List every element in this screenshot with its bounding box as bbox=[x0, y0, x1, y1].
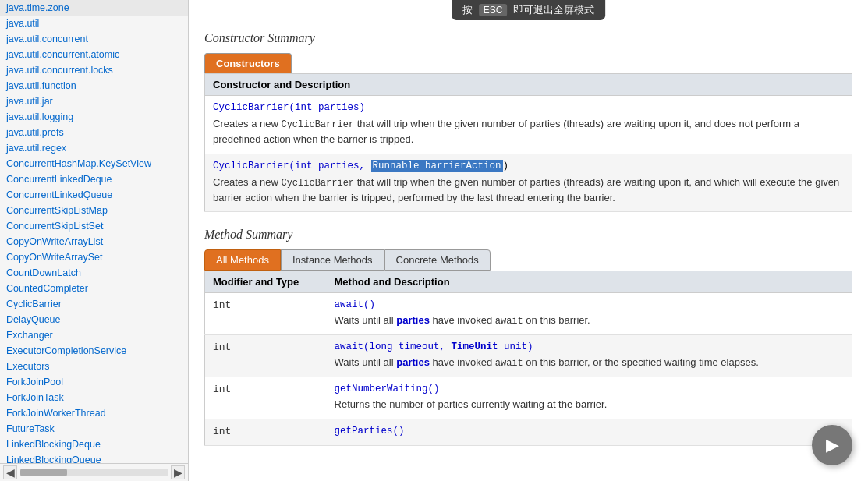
constructor-table-header: Constructor and Description bbox=[205, 74, 852, 96]
tab-all-methods[interactable]: All Methods bbox=[204, 249, 281, 271]
constructor-desc-1: Creates a new CyclicBarrier that will tr… bbox=[213, 116, 844, 147]
sidebar: java.time.zone java.util java.util.concu… bbox=[0, 0, 189, 481]
sidebar-item-cld[interactable]: ConcurrentLinkedDeque bbox=[0, 172, 188, 187]
sidebar-item-9[interactable]: java.util.regex bbox=[0, 140, 188, 156]
sidebar-item-5[interactable]: java.util.function bbox=[0, 78, 188, 94]
constructor-sig-2: CyclicBarrier(int parties, Runnable barr… bbox=[213, 161, 844, 172]
content-area: Constructor Summary Constructors Constru… bbox=[189, 23, 868, 462]
constructor-link-2[interactable]: CyclicBarrier(int parties, bbox=[213, 161, 371, 172]
sidebar-item-ecs[interactable]: ExecutorCompletionService bbox=[0, 343, 188, 359]
method-table: Modifier and Type Method and Description… bbox=[204, 271, 852, 446]
method-link-gnw[interactable]: getNumberWaiting() bbox=[335, 384, 844, 394]
parties-link-1[interactable]: parties bbox=[396, 314, 430, 326]
sidebar-item-ex[interactable]: Exchanger bbox=[0, 327, 188, 343]
constructor-summary-title: Constructor Summary bbox=[204, 31, 852, 45]
sidebar-item-7[interactable]: java.util.logging bbox=[0, 109, 188, 125]
method-cell-await: await() Waits until all parties have inv… bbox=[327, 293, 852, 335]
toast-suffix: 即可退出全屏模式 bbox=[513, 3, 594, 17]
method-desc-gnw: Returns the number of parties currently … bbox=[335, 397, 844, 412]
constructors-tab[interactable]: Constructors bbox=[204, 53, 292, 73]
sidebar-footer: ◀ ▶ bbox=[0, 463, 188, 481]
sidebar-item-4[interactable]: java.util.concurrent.locks bbox=[0, 62, 188, 78]
method-col1-header: Modifier and Type bbox=[205, 271, 327, 293]
constructor-row-2: CyclicBarrier(int parties, Runnable barr… bbox=[205, 154, 852, 212]
code-cyclic-barrier-2: CyclicBarrier bbox=[281, 178, 354, 189]
method-type-await-timeout: int bbox=[205, 335, 327, 377]
method-row-await-timeout: int await(long timeout, TimeUnit unit) W… bbox=[205, 335, 852, 377]
method-type-gnw: int bbox=[205, 377, 327, 419]
scroll-right-button[interactable]: ▶ bbox=[171, 465, 185, 479]
constructors-tab-bar: Constructors bbox=[204, 53, 852, 73]
method-cell-gnw: getNumberWaiting() Returns the number of… bbox=[327, 377, 852, 419]
code-await-1: await bbox=[495, 316, 523, 327]
constructor-sig-1: CyclicBarrier(int parties) bbox=[213, 102, 844, 113]
highlighted-param: Runnable barrierAction bbox=[371, 160, 503, 172]
help-play-button[interactable]: ▶ bbox=[812, 425, 852, 465]
sidebar-item-2[interactable]: java.util.concurrent bbox=[0, 31, 188, 47]
method-type-gp: int bbox=[205, 419, 327, 445]
parties-link-2[interactable]: parties bbox=[396, 356, 430, 368]
sidebar-item-lbq[interactable]: LinkedBlockingQueue bbox=[0, 452, 188, 463]
tab-instance-methods[interactable]: Instance Methods bbox=[281, 249, 384, 271]
sidebar-item-csls[interactable]: ConcurrentSkipListSet bbox=[0, 218, 188, 234]
sidebar-item-8[interactable]: java.util.prefs bbox=[0, 125, 188, 140]
constructor-link-1[interactable]: CyclicBarrier(int parties) bbox=[213, 102, 365, 113]
horizontal-scroll-thumb bbox=[20, 469, 67, 476]
code-await-2: await bbox=[495, 358, 523, 369]
sidebar-item-dq[interactable]: DelayQueue bbox=[0, 312, 188, 327]
main-content: 按 ESC 即可退出全屏模式 Constructor Summary Const… bbox=[189, 0, 868, 481]
sidebar-item-fjt[interactable]: ForkJoinTask bbox=[0, 390, 188, 405]
toast-esc-key: ESC bbox=[479, 4, 508, 16]
sidebar-item-1[interactable]: java.util bbox=[0, 16, 188, 31]
method-cell-gp: getParties() bbox=[327, 419, 852, 445]
sidebar-item-fjp[interactable]: ForkJoinPool bbox=[0, 374, 188, 390]
sidebar-item-cowas[interactable]: CopyOnWriteArraySet bbox=[0, 249, 188, 265]
sidebar-item-6[interactable]: java.util.jar bbox=[0, 94, 188, 109]
sidebar-item-0[interactable]: java.time.zone bbox=[0, 0, 188, 16]
scroll-left-button[interactable]: ◀ bbox=[3, 465, 17, 479]
sidebar-item-clq[interactable]: ConcurrentLinkedQueue bbox=[0, 187, 188, 203]
toast-prefix: 按 bbox=[462, 3, 473, 17]
sidebar-item-cowal[interactable]: CopyOnWriteArrayList bbox=[0, 234, 188, 249]
horizontal-scrollbar[interactable] bbox=[20, 469, 168, 476]
method-link-gp[interactable]: getParties() bbox=[335, 426, 844, 437]
sidebar-list: java.time.zone java.util java.util.concu… bbox=[0, 0, 188, 463]
sidebar-item-cb[interactable]: CyclicBarrier bbox=[0, 296, 188, 312]
method-row-getnumberwaiting: int getNumberWaiting() Returns the numbe… bbox=[205, 377, 852, 419]
sidebar-item-cc[interactable]: CountedCompleter bbox=[0, 281, 188, 296]
constructor-row-1: CyclicBarrier(int parties) Creates a new… bbox=[205, 96, 852, 154]
method-summary-title: Method Summary bbox=[204, 228, 852, 242]
sidebar-item-cslm[interactable]: ConcurrentSkipListMap bbox=[0, 203, 188, 218]
method-col2-header: Method and Description bbox=[327, 271, 852, 293]
constructor-table: Constructor and Description CyclicBarrie… bbox=[204, 73, 852, 212]
method-link-await-timeout[interactable]: await(long timeout, TimeUnit unit) bbox=[335, 341, 844, 352]
method-type-await: int bbox=[205, 293, 327, 335]
sidebar-item-chm[interactable]: ConcurrentHashMap.KeySetView bbox=[0, 156, 188, 172]
code-cyclic-barrier-1: CyclicBarrier bbox=[281, 119, 354, 130]
sidebar-item-fjwt[interactable]: ForkJoinWorkerThread bbox=[0, 405, 188, 421]
method-row-getparties: int getParties() bbox=[205, 419, 852, 445]
method-link-await[interactable]: await() bbox=[335, 299, 844, 310]
constructor-cell-1: CyclicBarrier(int parties) Creates a new… bbox=[205, 96, 852, 154]
method-row-await: int await() Waits until all parties have… bbox=[205, 293, 852, 335]
sidebar-item-lbd[interactable]: LinkedBlockingDeque bbox=[0, 437, 188, 452]
method-desc-await: Waits until all parties have invoked awa… bbox=[335, 313, 844, 328]
constructor-cell-2: CyclicBarrier(int parties, Runnable barr… bbox=[205, 154, 852, 212]
sidebar-item-ft[interactable]: FutureTask bbox=[0, 421, 188, 437]
constructor-desc-2: Creates a new CyclicBarrier that will tr… bbox=[213, 175, 844, 206]
sidebar-item-3[interactable]: java.util.concurrent.atomic bbox=[0, 47, 188, 62]
sidebar-item-cdl[interactable]: CountDownLatch bbox=[0, 265, 188, 281]
method-desc-await-timeout: Waits until all parties have invoked awa… bbox=[335, 355, 844, 370]
method-tabs-bar: All Methods Instance Methods Concrete Me… bbox=[204, 249, 852, 271]
sidebar-item-exs[interactable]: Executors bbox=[0, 359, 188, 374]
method-cell-await-timeout: await(long timeout, TimeUnit unit) Waits… bbox=[327, 335, 852, 377]
tab-concrete-methods[interactable]: Concrete Methods bbox=[384, 249, 491, 271]
toast-bar: 按 ESC 即可退出全屏模式 bbox=[452, 0, 606, 20]
